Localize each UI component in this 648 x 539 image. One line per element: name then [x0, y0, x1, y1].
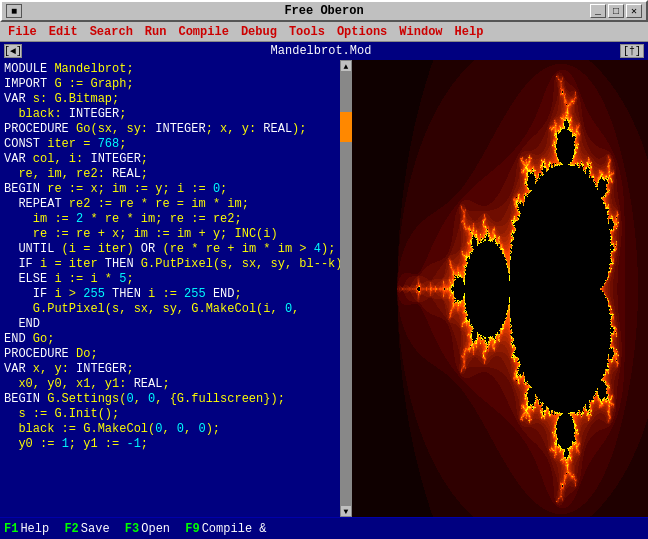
menu-options[interactable]: Options — [331, 23, 393, 41]
code-line-18: G.PutPixel(s, sx, sy, G.MakeCol(i, 0, — [4, 302, 336, 317]
code-line-27: black := G.MakeCol(0, 0, 0); — [4, 422, 336, 437]
f3-label: Open — [141, 522, 177, 536]
toolbar-bar: [◄] Mandelbrot.Mod [†] — [0, 42, 648, 60]
scrollbar-thumb[interactable] — [340, 112, 352, 142]
f2-label: Save — [81, 522, 117, 536]
code-line-2: IMPORT G := Graph; — [4, 77, 336, 92]
code-line-26: s := G.Init(); — [4, 407, 336, 422]
main-area: MODULE Mandelbrot; IMPORT G := Graph; VA… — [0, 60, 648, 517]
code-line-22: PROCEDURE Do; — [4, 347, 336, 362]
code-line-16: ELSE i := i * 5; — [4, 272, 336, 287]
f9-label: Compile & — [202, 522, 267, 536]
code-line-8: VAR col, i: INTEGER; — [4, 152, 336, 167]
menu-debug[interactable]: Debug — [235, 23, 283, 41]
code-line-12: im := 2 * re * im; re := re2; — [4, 212, 336, 227]
title-bar: ■ Free Oberon _ □ ✕ — [0, 0, 648, 22]
toolbar-right: [†] — [620, 44, 644, 58]
code-line-11: REPEAT re2 := re * re = im * im; — [4, 197, 336, 212]
status-bar: F1 Help F2 Save F3 Open F9 Compile & — [0, 517, 648, 539]
f2-key[interactable]: F2 — [64, 522, 78, 536]
f1-label: Help — [20, 522, 56, 536]
menu-compile[interactable]: Compile — [172, 23, 234, 41]
menu-window[interactable]: Window — [393, 23, 448, 41]
toolbar-left: [◄] — [4, 44, 22, 58]
menu-tools[interactable]: Tools — [283, 23, 331, 41]
code-line-23: VAR x, y: INTEGER; — [4, 362, 336, 377]
code-line-6: PROCEDURE Go(sx, sy: INTEGER; x, y: REAL… — [4, 122, 336, 137]
toolbar-left-button[interactable]: [◄] — [4, 44, 22, 58]
scroll-up-arrow[interactable]: ▲ — [340, 60, 352, 72]
menu-file[interactable]: File — [2, 23, 43, 41]
menu-search[interactable]: Search — [84, 23, 139, 41]
menu-run[interactable]: Run — [139, 23, 173, 41]
fractal-image — [352, 60, 648, 517]
code-line-4: black: INTEGER; — [4, 107, 336, 122]
code-line-28: y0 := 1; y1 := -1; — [4, 437, 336, 452]
f3-key[interactable]: F3 — [125, 522, 139, 536]
menu-edit[interactable]: Edit — [43, 23, 84, 41]
menu-help[interactable]: Help — [449, 23, 490, 41]
code-line-13: re := re + x; im := im + y; INC(i) — [4, 227, 336, 242]
code-line-20: END Go; — [4, 332, 336, 347]
code-line-25: BEGIN G.Settings(0, 0, {G.fullscreen}); — [4, 392, 336, 407]
scrollbar-track[interactable] — [340, 72, 352, 505]
maximize-button[interactable]: □ — [608, 4, 624, 18]
code-line-9: re, im, re2: REAL; — [4, 167, 336, 182]
code-line-1: MODULE Mandelbrot; — [4, 62, 336, 77]
f9-key[interactable]: F9 — [185, 522, 199, 536]
close-button[interactable]: ✕ — [626, 4, 642, 18]
fractal-canvas — [352, 60, 648, 517]
menu-bar: File Edit Search Run Compile Debug Tools… — [0, 22, 648, 42]
code-line-24: x0, y0, x1, y1: REAL; — [4, 377, 336, 392]
f1-key[interactable]: F1 — [4, 522, 18, 536]
code-scrollbar[interactable]: ▲ ▼ — [340, 60, 352, 517]
code-line-7: CONST iter = 768; — [4, 137, 336, 152]
code-line-15: IF i = iter THEN G.PutPixel(s, sx, sy, b… — [4, 257, 336, 272]
code-line-14: UNTIL (i = iter) OR (re * re + im * im >… — [4, 242, 336, 257]
window-title: Free Oberon — [0, 4, 648, 18]
scroll-down-arrow[interactable]: ▼ — [340, 505, 352, 517]
toolbar-right-button[interactable]: [†] — [620, 44, 644, 58]
code-line-19: END — [4, 317, 336, 332]
code-line-3: VAR s: G.Bitmap; — [4, 92, 336, 107]
code-editor[interactable]: MODULE Mandelbrot; IMPORT G := Graph; VA… — [0, 60, 340, 517]
code-line-17: IF i > 255 THEN i := 255 END; — [4, 287, 336, 302]
filename-label: Mandelbrot.Mod — [22, 44, 620, 58]
code-line-10: BEGIN re := x; im := y; i := 0; — [4, 182, 336, 197]
window-controls: _ □ ✕ — [590, 4, 642, 18]
minimize-button[interactable]: _ — [590, 4, 606, 18]
